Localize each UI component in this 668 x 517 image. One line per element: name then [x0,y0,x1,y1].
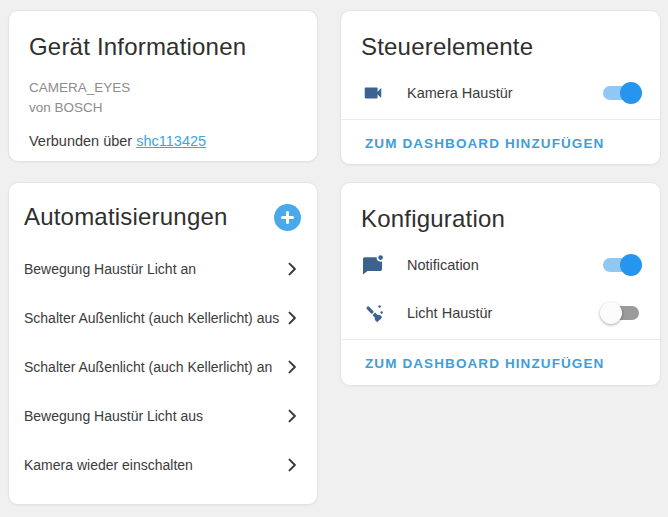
kamera-haustuer-toggle[interactable] [602,81,640,105]
toggle-thumb [600,302,622,324]
automation-label: Schalter Außenlicht (auch Kellerlicht) a… [24,310,279,326]
automation-item[interactable]: Kamera wieder einschalten [9,440,317,489]
device-detail-page: Gerät Informationen CAMERA_EYES von BOSC… [0,0,668,517]
light-icon [361,301,385,325]
device-info-card: Gerät Informationen CAMERA_EYES von BOSC… [8,10,318,162]
gateway-link[interactable]: shc113425 [136,133,206,149]
automation-label: Schalter Außenlicht (auch Kellerlicht) a… [24,359,272,375]
configuration-rows: Notification [341,241,660,337]
controls-title: Steuerelemente [341,11,660,61]
add-to-dashboard-button[interactable]: ZUM DASHBOARD HINZUFÜGEN [341,120,660,165]
chevron-right-icon [282,357,302,377]
config-row-notification: Notification [341,241,660,289]
automation-list: Bewegung Haustür Licht an Schalter Außen… [9,244,317,489]
connected-prefix: Verbunden über [29,133,132,149]
toggle-thumb [620,82,642,104]
control-row-label: Kamera Haustür [407,85,513,101]
toggle-thumb [620,254,642,276]
video-camera-icon [361,81,385,105]
chevron-right-icon [282,308,302,328]
plus-icon[interactable] [274,204,301,231]
device-info-title: Gerät Informationen [9,11,317,61]
notification-message-icon [361,253,385,277]
device-manufacturer: von BOSCH [29,98,297,118]
control-row-kamera-haustuer: Kamera Haustür [341,69,660,117]
config-row-label: Notification [407,257,479,273]
config-row-label: Licht Haustür [407,305,492,321]
add-to-dashboard-button[interactable]: ZUM DASHBOARD HINZUFÜGEN [341,340,660,386]
automations-header: Automatisierungen [9,183,317,231]
device-name: CAMERA_EYES [29,78,297,98]
chevron-right-icon [282,406,302,426]
configuration-title: Konfiguration [341,183,660,233]
chevron-right-icon [282,455,302,475]
notification-toggle[interactable] [602,253,640,277]
configuration-card: Konfiguration Notification [340,182,661,386]
automation-item[interactable]: Bewegung Haustür Licht aus [9,391,317,440]
controls-card: Steuerelemente Kamera Haustür ZUM DASHBO… [340,10,661,165]
chevron-right-icon [282,259,302,279]
automation-label: Bewegung Haustür Licht aus [24,408,203,424]
device-meta: CAMERA_EYES von BOSCH [9,78,317,118]
automations-card: Automatisierungen Bewegung Haustür Licht… [8,182,318,505]
automation-item[interactable]: Bewegung Haustür Licht an [9,244,317,293]
connected-line: Verbunden über shc113425 [9,133,317,149]
automation-item[interactable]: Schalter Außenlicht (auch Kellerlicht) a… [9,342,317,391]
config-row-licht-haustuer: Licht Haustür [341,289,660,337]
automation-item[interactable]: Schalter Außenlicht (auch Kellerlicht) a… [9,293,317,342]
automations-title: Automatisierungen [24,203,228,231]
automation-label: Bewegung Haustür Licht an [24,261,196,277]
automation-label: Kamera wieder einschalten [24,457,193,473]
licht-haustuer-toggle[interactable] [602,301,640,325]
